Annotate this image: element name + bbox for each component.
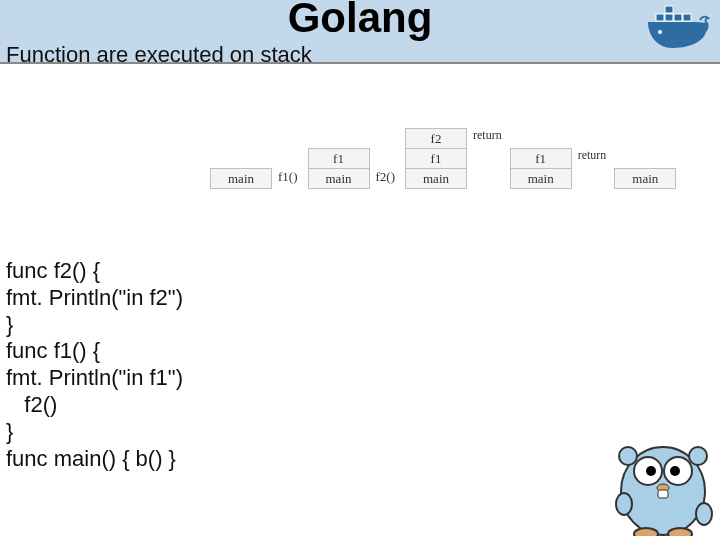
stack-col-5: main — [614, 168, 676, 189]
stack-cell: main — [510, 169, 572, 189]
stack-cell: f1 — [510, 148, 572, 169]
svg-rect-2 — [674, 14, 682, 21]
stack-col-1: main f1() — [210, 168, 300, 189]
svg-point-11 — [646, 466, 656, 476]
svg-point-12 — [670, 466, 680, 476]
svg-rect-14 — [658, 490, 668, 498]
call-label: f2() — [374, 169, 398, 189]
stack-cell: main — [405, 169, 467, 189]
page-subtitle: Function are executed on stack — [6, 42, 312, 68]
stack-cell: f1 — [308, 148, 370, 169]
stack-cell: main — [614, 168, 676, 189]
docker-whale-icon — [644, 4, 712, 56]
stack-col-2: f1 main f2() — [308, 148, 398, 189]
svg-point-17 — [634, 528, 658, 536]
stack-cell: f1 — [405, 149, 467, 169]
stack-col-4: f1 main return — [510, 148, 607, 189]
call-label: f1() — [276, 169, 300, 189]
stack-cell: main — [210, 168, 272, 189]
page-title: Golang — [0, 0, 720, 42]
svg-point-18 — [668, 528, 692, 536]
code-block: func f2() { fmt. Println("in f2") } func… — [6, 258, 183, 473]
svg-rect-1 — [665, 14, 673, 21]
svg-rect-0 — [656, 14, 664, 21]
svg-point-7 — [619, 447, 637, 465]
stack-cell: f2 — [405, 128, 467, 149]
svg-rect-4 — [683, 14, 691, 21]
stack-diagram: main f1() f1 main f2() f2 f1 main return… — [210, 128, 676, 189]
svg-point-5 — [658, 30, 662, 34]
svg-point-8 — [689, 447, 707, 465]
stack-col-3: f2 f1 main return — [405, 128, 502, 189]
return-label: return — [576, 148, 607, 165]
svg-point-16 — [696, 503, 712, 525]
svg-rect-3 — [665, 6, 673, 13]
go-gopher-icon — [608, 416, 718, 540]
return-label: return — [471, 128, 502, 145]
stack-cell: main — [308, 169, 370, 189]
svg-point-15 — [616, 493, 632, 515]
